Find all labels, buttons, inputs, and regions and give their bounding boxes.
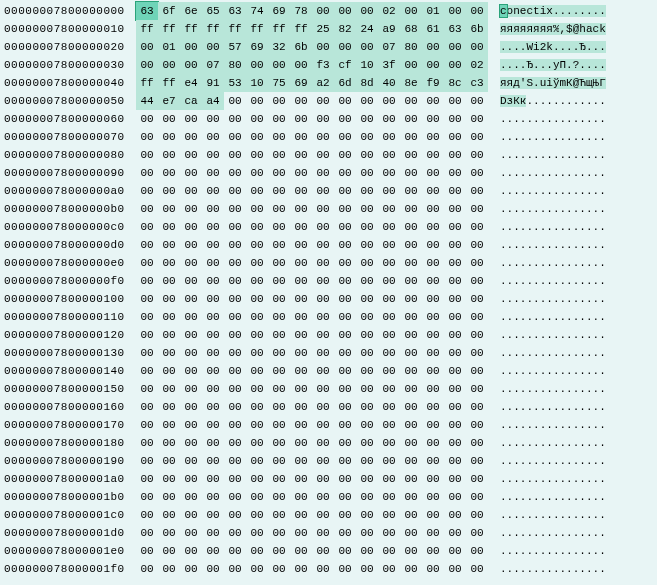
hex-byte[interactable]: 00 (312, 254, 334, 272)
hex-byte[interactable]: 00 (268, 416, 290, 434)
hex-byte[interactable]: 00 (246, 236, 268, 254)
hex-row[interactable]: 0000000780000018000000000000000000000000… (4, 434, 653, 452)
hex-byte[interactable]: 00 (312, 308, 334, 326)
hex-byte[interactable]: a2 (312, 74, 334, 92)
ascii-char[interactable]: Ђ (579, 41, 586, 53)
hex-byte[interactable]: 00 (422, 524, 444, 542)
ascii-char[interactable]: . (599, 95, 606, 107)
ascii-char[interactable]: . (579, 221, 586, 233)
hex-byte[interactable]: 00 (202, 560, 224, 578)
hex-byte[interactable]: 00 (356, 182, 378, 200)
ascii-char[interactable]: . (533, 365, 540, 377)
hex-byte[interactable]: 00 (466, 164, 488, 182)
hex-byte[interactable]: 00 (290, 470, 312, 488)
ascii-char[interactable]: . (566, 257, 573, 269)
ascii-cell[interactable]: ................ (492, 200, 620, 218)
hex-byte[interactable]: 00 (422, 146, 444, 164)
hex-byte[interactable]: 00 (290, 110, 312, 128)
hex-byte[interactable]: 00 (224, 506, 246, 524)
hex-byte[interactable]: 00 (136, 506, 158, 524)
ascii-char[interactable]: . (546, 527, 553, 539)
ascii-cell[interactable]: ....Ђ...уП.?.... (492, 56, 620, 74)
ascii-char[interactable]: . (500, 491, 507, 503)
hex-byte[interactable]: 3f (378, 56, 400, 74)
ascii-char[interactable]: . (566, 203, 573, 215)
ascii-char[interactable]: . (566, 59, 573, 71)
hex-byte[interactable]: 00 (224, 344, 246, 362)
hex-byte[interactable]: 00 (290, 344, 312, 362)
hex-byte[interactable]: 00 (136, 560, 158, 578)
ascii-char[interactable]: . (533, 491, 540, 503)
hex-byte[interactable]: 24 (356, 20, 378, 38)
hex-byte[interactable]: 00 (224, 542, 246, 560)
hex-byte[interactable]: 00 (158, 272, 180, 290)
hex-byte[interactable]: 00 (422, 218, 444, 236)
hex-byte[interactable]: 00 (224, 380, 246, 398)
ascii-char[interactable]: . (586, 419, 593, 431)
hex-byte[interactable]: 00 (444, 38, 466, 56)
hex-byte[interactable]: 80 (224, 56, 246, 74)
hex-byte[interactable]: 00 (334, 272, 356, 290)
hex-byte[interactable]: 00 (444, 128, 466, 146)
hex-byte[interactable]: 00 (202, 110, 224, 128)
hex-byte[interactable]: 00 (202, 398, 224, 416)
hex-byte[interactable]: 00 (246, 398, 268, 416)
ascii-char[interactable]: . (513, 167, 520, 179)
hex-byte[interactable]: ff (202, 20, 224, 38)
hex-byte[interactable]: 00 (136, 290, 158, 308)
hex-byte[interactable]: 63 (136, 2, 158, 20)
hex-byte[interactable]: 00 (378, 218, 400, 236)
hex-row[interactable]: 000000078000001d000000000000000000000000… (4, 524, 653, 542)
hex-byte[interactable]: 00 (136, 434, 158, 452)
hex-byte[interactable]: 00 (334, 2, 356, 20)
ascii-char[interactable]: . (579, 239, 586, 251)
hex-byte[interactable]: 00 (136, 308, 158, 326)
hex-byte[interactable]: 00 (444, 254, 466, 272)
ascii-char[interactable]: . (579, 527, 586, 539)
ascii-char[interactable]: . (586, 221, 593, 233)
hex-byte[interactable]: 00 (202, 344, 224, 362)
ascii-char[interactable]: . (546, 491, 553, 503)
hex-byte[interactable]: 00 (378, 290, 400, 308)
ascii-char[interactable]: . (513, 383, 520, 395)
ascii-char[interactable]: . (533, 113, 540, 125)
hex-byte[interactable]: 00 (334, 218, 356, 236)
hex-byte[interactable]: 00 (422, 434, 444, 452)
hex-byte[interactable]: 00 (158, 560, 180, 578)
ascii-char[interactable]: . (500, 455, 507, 467)
hex-byte[interactable]: 00 (466, 434, 488, 452)
hex-byte[interactable]: ff (158, 74, 180, 92)
hex-byte[interactable]: 00 (224, 164, 246, 182)
ascii-char[interactable]: . (566, 311, 573, 323)
hex-byte[interactable]: 00 (312, 380, 334, 398)
ascii-char[interactable]: . (599, 347, 606, 359)
hex-byte[interactable]: 00 (180, 380, 202, 398)
hex-row[interactable]: 0000000780000012000000000000000000000000… (4, 326, 653, 344)
ascii-char[interactable]: . (533, 257, 540, 269)
hex-group[interactable]: 0000000780000000f3cf103f00000002 (132, 56, 492, 74)
ascii-char[interactable]: . (533, 293, 540, 305)
hex-byte[interactable]: 00 (334, 110, 356, 128)
ascii-char[interactable]: . (546, 545, 553, 557)
hex-byte[interactable]: 00 (356, 92, 378, 110)
hex-byte[interactable]: 00 (378, 236, 400, 254)
ascii-char[interactable]: h (579, 23, 586, 35)
hex-byte[interactable]: 8c (444, 74, 466, 92)
hex-byte[interactable]: 00 (180, 560, 202, 578)
ascii-char[interactable]: . (586, 329, 593, 341)
ascii-char[interactable]: . (533, 131, 540, 143)
ascii-cell[interactable]: ................ (492, 308, 620, 326)
hex-byte[interactable]: 00 (466, 2, 488, 20)
hex-byte[interactable]: 00 (444, 362, 466, 380)
hex-byte[interactable]: 00 (290, 290, 312, 308)
hex-byte[interactable]: 00 (158, 542, 180, 560)
hex-byte[interactable]: 00 (356, 452, 378, 470)
hex-byte[interactable]: 00 (422, 380, 444, 398)
ascii-char[interactable]: . (513, 257, 520, 269)
ascii-char[interactable]: . (579, 563, 586, 575)
hex-row[interactable]: 000000078000000f000000000000000000000000… (4, 272, 653, 290)
hex-byte[interactable]: 00 (444, 560, 466, 578)
hex-byte[interactable]: 00 (422, 326, 444, 344)
ascii-char[interactable]: . (599, 491, 606, 503)
hex-byte[interactable]: 00 (422, 254, 444, 272)
